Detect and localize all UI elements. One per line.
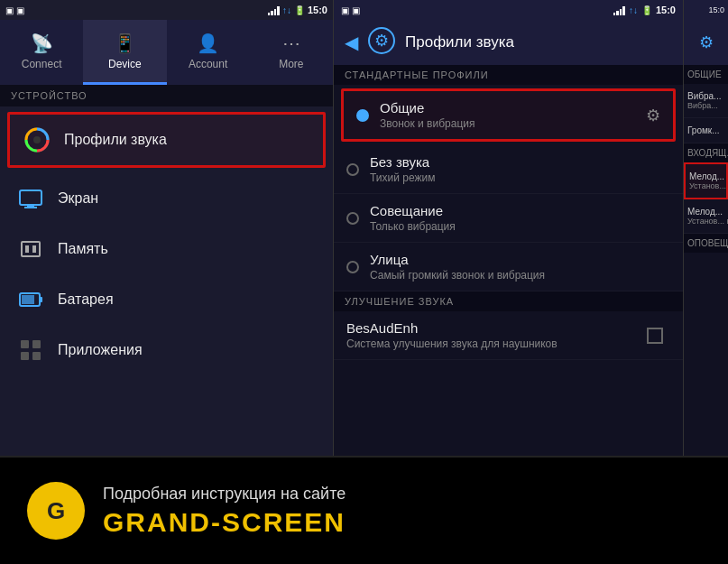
svg-rect-7 — [32, 245, 36, 253]
panel3-incoming-section: ВХОДЯЩ... — [684, 143, 728, 162]
profile-general-text: Общие Звонок и вибрация — [380, 100, 635, 130]
connect-icon: 📡 — [31, 32, 53, 54]
svg-rect-12 — [32, 340, 41, 348]
sound-icon — [24, 127, 50, 153]
svg-rect-9 — [40, 297, 42, 302]
enhance-sub: Система улучшения звука для наушников — [346, 337, 636, 350]
menu-screen-label: Экран — [58, 190, 98, 207]
account-icon: 👤 — [197, 32, 219, 54]
tab-device-label: Device — [108, 58, 142, 70]
time-p3: 15:0 — [708, 5, 724, 14]
menu-item-screen[interactable]: Экран — [0, 173, 333, 224]
memory-icon — [18, 236, 43, 262]
profile-silent-name: Без звука — [370, 154, 670, 170]
panel3-vib1[interactable]: Вибра... Вибра... — [684, 84, 728, 118]
apps-icon — [18, 337, 43, 363]
status-bar-panel2: ▣ ▣ ↑↓ 🔋 15:0 — [334, 0, 683, 20]
panel2-title-bar: ◀ ⚙ Профили звука — [334, 20, 683, 65]
menu-item-battery[interactable]: Батарея — [0, 274, 333, 325]
signal-4g-p2: ↑↓ — [629, 5, 638, 15]
device-panel: ▣ ▣ ↑↓ 🔋 15:0 📡 Connect 📱 Device — [0, 0, 334, 456]
menu-item-apps[interactable]: Приложения — [0, 325, 333, 375]
svg-text:⚙: ⚙ — [374, 32, 389, 50]
profile-general-sub: Звонок и вибрация — [380, 117, 635, 130]
bottom-banner: G Подробная инструкция на сайте GRAND-SC… — [0, 456, 728, 564]
tab-more-label: More — [279, 58, 303, 70]
sim-icon: ▣ ▣ — [5, 5, 24, 15]
profile-silent-sub: Тихий режим — [370, 171, 670, 184]
logo-letter: G — [47, 497, 65, 525]
device-icon: 📱 — [114, 32, 136, 54]
settings-detail-panel: 15:0 ⚙ ОБЩИЕ Вибра... Вибра... Громк... … — [684, 0, 728, 456]
profile-meeting[interactable]: Совещание Только вибрация — [334, 194, 683, 243]
svg-rect-13 — [21, 352, 29, 360]
panel3-mel2-label: Мелод... — [687, 207, 724, 217]
tab-connect-label: Connect — [22, 58, 62, 70]
back-arrow-icon[interactable]: ◀ — [345, 32, 358, 53]
panel3-notify-section: ОПОВЕЩ... — [684, 234, 728, 253]
svg-rect-14 — [32, 352, 41, 360]
tab-device[interactable]: 📱 Device — [83, 20, 166, 85]
profile-silent-text: Без звука Тихий режим — [370, 154, 670, 184]
radio-meeting — [346, 212, 359, 225]
panel3-vib1-sub: Вибра... — [687, 101, 724, 110]
time-p2: 15:0 — [656, 5, 676, 15]
panel3-mel1[interactable]: Мелод... Установ... речевых... — [684, 162, 728, 199]
profile-outdoor[interactable]: Улица Самый громкий звонок и вибрация — [334, 243, 683, 291]
enhance-text: BesAudEnh Система улучшения звука для на… — [346, 320, 636, 350]
radio-outdoor — [346, 261, 359, 273]
panel3-mel1-label: Мелод... — [689, 171, 723, 181]
section-standard-profiles: СТАНДАРТНЫЕ ПРОФИЛИ — [334, 65, 683, 85]
profile-meeting-text: Совещание Только вибрация — [370, 203, 670, 233]
battery-p2: 🔋 — [641, 5, 652, 15]
menu-item-memory[interactable]: Память — [0, 224, 333, 274]
enhance-checkbox[interactable] — [647, 328, 663, 344]
tab-account-label: Account — [189, 58, 227, 70]
panel3-general-section: ОБЩИЕ — [684, 65, 728, 84]
banner-subtitle: Подробная инструкция на сайте — [103, 485, 346, 504]
brand-part1: GRAND- — [103, 507, 222, 537]
screen-icon — [18, 186, 43, 211]
svg-point-1 — [33, 136, 41, 143]
tab-account[interactable]: 👤 Account — [167, 20, 250, 85]
menu-item-sound[interactable]: Профили звука — [7, 112, 326, 168]
svg-rect-10 — [22, 295, 34, 304]
panel3-mel2[interactable]: Мелод... Установ... видеовых... — [684, 199, 728, 234]
profile-silent[interactable]: Без звука Тихий режим — [334, 145, 683, 194]
status-right-icons: ↑↓ 🔋 15:0 — [268, 5, 327, 15]
svg-rect-6 — [25, 245, 29, 253]
battery-icon: 🔋 — [294, 5, 305, 15]
profile-outdoor-name: Улица — [370, 252, 670, 267]
profile-general-name: Общие — [380, 100, 635, 116]
profile-general[interactable]: Общие Звонок и вибрация ⚙ — [341, 88, 676, 142]
more-icon: ⋯ — [282, 32, 300, 54]
panel3-vol-label: Громк... — [687, 125, 724, 135]
menu-apps-label: Приложения — [58, 342, 143, 358]
panel2-title: Профили звука — [405, 33, 514, 51]
signal-strength — [268, 5, 280, 15]
svg-rect-2 — [20, 190, 41, 205]
sound-profiles-panel: ▣ ▣ ↑↓ 🔋 15:0 ◀ ⚙ Профили звука — [334, 0, 684, 456]
enhance-item[interactable]: BesAudEnh Система улучшения звука для на… — [334, 311, 683, 360]
grand-screen-logo: G — [27, 482, 85, 540]
svg-rect-5 — [22, 242, 40, 256]
enhance-name: BesAudEnh — [346, 320, 636, 336]
brand-part2: SCREEN — [222, 507, 346, 537]
tab-bar: 📡 Connect 📱 Device 👤 Account ⋯ More — [0, 20, 333, 85]
tab-more[interactable]: ⋯ More — [250, 20, 333, 85]
status-bar-panel1: ▣ ▣ ↑↓ 🔋 15:0 — [0, 0, 333, 20]
settings-gear-icon: ⚙ — [699, 32, 714, 52]
menu-battery-label: Батарея — [58, 291, 114, 308]
radio-silent — [346, 163, 359, 176]
menu-sound-label: Профили звука — [64, 132, 167, 148]
banner-brand-title: GRAND-SCREEN — [103, 507, 346, 538]
profile-gear-icon[interactable]: ⚙ — [646, 106, 660, 125]
tab-connect[interactable]: 📡 Connect — [0, 20, 83, 85]
section-enhance: УЛУЧШЕНИЕ ЗВУКА — [334, 291, 683, 311]
panel3-mel2-sub: Установ... видеовых... — [687, 217, 724, 226]
panel3-vib1-label: Вибра... — [687, 91, 724, 101]
time-display: 15:0 — [308, 5, 327, 15]
signal-4g-icon: ↑↓ — [282, 5, 291, 15]
panel3-vol[interactable]: Громк... — [684, 118, 728, 143]
status-bar-panel3: 15:0 — [684, 0, 728, 20]
